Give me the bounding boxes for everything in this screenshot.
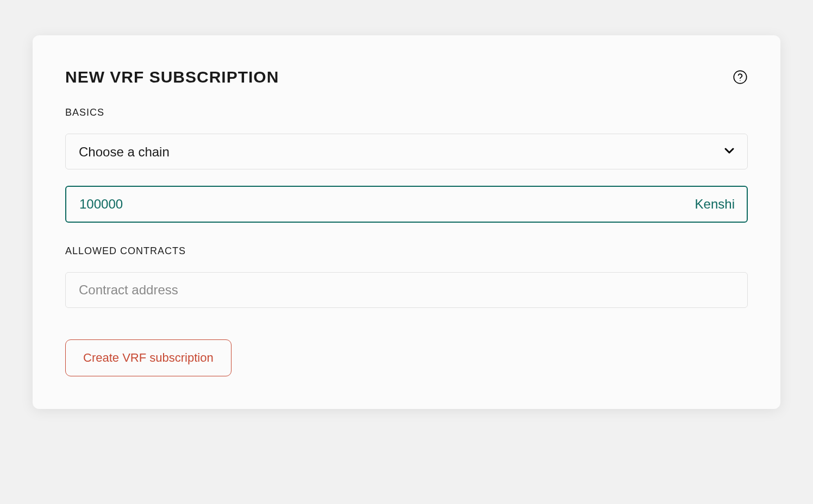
basics-section-label: BASICS (65, 107, 748, 118)
chain-select[interactable]: Choose a chain (65, 134, 748, 169)
svg-point-1 (740, 80, 740, 81)
allowed-contracts-section-label: ALLOWED CONTRACTS (65, 245, 748, 257)
amount-input[interactable] (65, 186, 748, 223)
help-icon[interactable] (733, 70, 748, 85)
page-title: NEW VRF SUBSCRIPTION (65, 68, 279, 86)
chain-select-wrap: Choose a chain (65, 134, 748, 169)
svg-point-0 (734, 71, 746, 83)
create-subscription-button[interactable]: Create VRF subscription (65, 339, 232, 376)
contract-address-input[interactable] (65, 272, 748, 308)
amount-input-group: Kenshi (65, 186, 748, 223)
header-row: NEW VRF SUBSCRIPTION (65, 68, 748, 86)
subscription-card: NEW VRF SUBSCRIPTION BASICS Choose a cha… (33, 35, 780, 409)
